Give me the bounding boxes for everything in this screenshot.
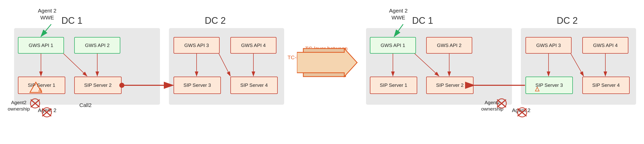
left-dc2-label: DC 2	[205, 15, 226, 26]
right-sip3-box: SIP Server 3	[525, 77, 573, 94]
left-gws4-box: GWS API 4	[230, 37, 276, 54]
left-sip2-box: SIP Server 2	[74, 77, 122, 94]
right-gws2-box: GWS API 2	[426, 37, 472, 54]
center-arrow-svg	[297, 47, 358, 78]
left-gws1-box: GWS API 1	[18, 37, 64, 54]
right-sip4-box: SIP Server 4	[582, 77, 630, 94]
left-call2-label: Call2	[79, 102, 92, 108]
left-gws3-box: GWS API 3	[174, 37, 220, 54]
right-agent2-bottom-label: Agent 2	[512, 107, 530, 113]
right-gws4-box: GWS API 4	[582, 37, 628, 54]
left-sip4-box: SIP Server 4	[230, 77, 278, 94]
left-sip1-box: SIP Server 1	[18, 77, 65, 94]
right-dc1-label: DC 1	[412, 15, 433, 26]
diagram: DC 1 DC 2 Agent 2 WWE GWS API 1 GWS API …	[0, 0, 644, 144]
left-ownership-label: Agent2ownership	[8, 100, 30, 112]
left-dc1-label: DC 1	[61, 15, 82, 26]
right-sip1-box: SIP Server 1	[370, 77, 417, 94]
right-sip2-box: SIP Server 2	[426, 77, 474, 94]
right-dc2-label: DC 2	[557, 15, 578, 26]
right-gws1-box: GWS API 1	[370, 37, 416, 54]
left-agent2-bottom-label: Agent 2	[38, 107, 56, 113]
left-sip3-box: SIP Server 3	[174, 77, 221, 94]
right-gws3-box: GWS API 3	[525, 37, 572, 54]
left-agent2-top-label: Agent 2 WWE	[38, 7, 56, 21]
left-gws2-box: GWS API 2	[74, 37, 120, 54]
right-ownership-label: Agent2ownership	[481, 100, 503, 112]
right-agent2-top-label: Agent 2 WWE	[389, 7, 407, 21]
svg-marker-40	[297, 49, 357, 77]
